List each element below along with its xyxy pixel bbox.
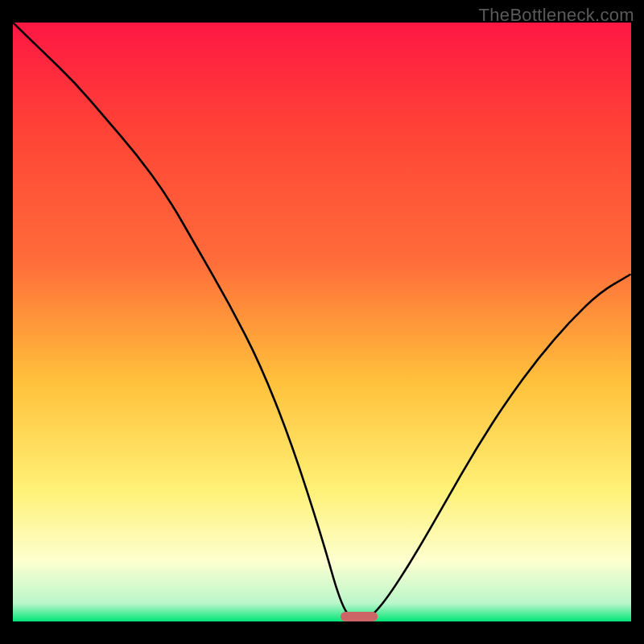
bottleneck-chart-svg [13, 23, 631, 621]
gradient-background [13, 23, 631, 621]
watermark-text: TheBottleneck.com [479, 5, 634, 26]
optimal-range-marker [341, 612, 378, 621]
chart-area [13, 23, 631, 621]
